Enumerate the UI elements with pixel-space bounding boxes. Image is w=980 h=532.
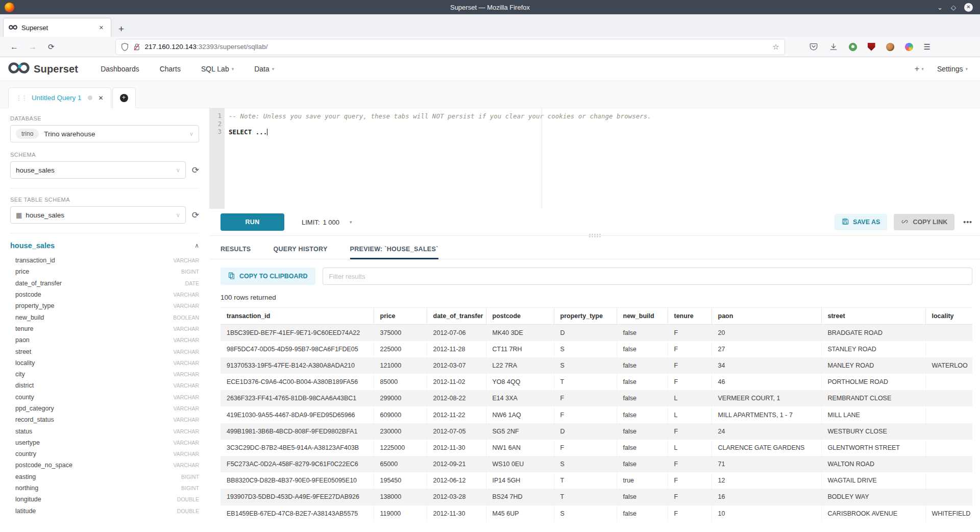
forward-button[interactable]: →	[29, 42, 37, 52]
back-button[interactable]: ←	[10, 42, 18, 52]
table-cell: WESTBURY CLOSE	[821, 423, 925, 440]
pane-splitter[interactable]	[209, 235, 980, 240]
collapse-chevron-icon[interactable]: ∧	[194, 242, 199, 249]
filter-results-input[interactable]	[323, 268, 972, 285]
schema-column-row: northingBIGINT	[10, 482, 199, 494]
downloads-icon[interactable]	[829, 42, 838, 52]
column-type: VARCHAR	[173, 371, 199, 377]
cookie-extension-icon[interactable]	[886, 43, 894, 51]
table-cell: F5C273AC-0D2A-458F-8279-9C61F0C22EC6	[220, 456, 374, 472]
add-query-tab-button[interactable]: +	[112, 87, 136, 108]
column-header-locality[interactable]: locality	[925, 308, 972, 325]
save-as-button[interactable]: SAVE AS	[835, 214, 888, 230]
column-header-tenure[interactable]: tenure	[668, 308, 712, 325]
window-minimize-button[interactable]: ⌄	[937, 4, 943, 11]
settings-menu[interactable]: Settings▾	[937, 65, 968, 73]
menu-icon[interactable]: ☰	[924, 42, 930, 52]
reload-button[interactable]: ⟳	[48, 42, 55, 52]
table-cell: 20	[712, 325, 821, 341]
query-tab-close-icon[interactable]: ✕	[99, 94, 104, 102]
sql-code-editor[interactable]: 1 2 3 -- Note: Unless you save your quer…	[209, 108, 980, 209]
sql-keyword: SELECT	[229, 128, 252, 136]
nav-item-dashboards[interactable]: Dashboards	[101, 65, 139, 73]
table-cell: WATERLOO	[925, 357, 972, 374]
column-header-postcode[interactable]: postcode	[486, 308, 554, 325]
tab-close-icon[interactable]: ✕	[97, 23, 106, 32]
table-cell: F	[668, 357, 712, 374]
schema-column-row: usertypeVARCHAR	[10, 437, 199, 448]
sqllab-sidebar: DATABASE trino Trino warehouse ∨ SCHEMA …	[0, 108, 209, 532]
table-cell: 1B5C39ED-BE7F-41EF-9E71-9C60EED74A22	[220, 325, 374, 341]
caret-down-icon: ▾	[965, 66, 968, 71]
nav-item-data[interactable]: Data▾	[254, 65, 274, 73]
caret-down-icon: ▾	[272, 66, 275, 71]
pocket-icon[interactable]	[809, 42, 818, 52]
query-tab-untitled-1[interactable]: ⋮⋮ Untitled Query 1 ✕	[8, 87, 111, 108]
nav-item-charts[interactable]: Charts	[160, 65, 181, 73]
new-tab-button[interactable]: +	[118, 24, 124, 34]
limit-control[interactable]: LIMIT: 1 000 ▾	[302, 219, 352, 226]
table-cell: 225000	[374, 341, 427, 357]
drag-grip-icon[interactable]: ⋮⋮	[16, 94, 27, 102]
tab-query-history[interactable]: QUERY HISTORY	[274, 246, 328, 259]
caret-down-icon: ▾	[350, 220, 352, 225]
run-button[interactable]: RUN	[220, 213, 284, 231]
table-header-row: transaction_idpricedate_of_transferpostc…	[220, 308, 972, 325]
column-type: DOUBLE	[177, 496, 199, 502]
table-cell: CLARENCE GATE GARDENS	[712, 440, 821, 456]
more-options-icon[interactable]: •••	[963, 218, 972, 226]
schema-select[interactable]: house_sales ∨	[10, 161, 186, 179]
column-header-property_type[interactable]: property_type	[554, 308, 617, 325]
column-header-date_of_transfer[interactable]: date_of_transfer	[427, 308, 486, 325]
tab-results[interactable]: RESULTS	[220, 246, 251, 259]
copy-icon	[228, 272, 235, 281]
column-name: date_of_transfer	[15, 280, 62, 287]
column-header-paon[interactable]: paon	[712, 308, 821, 325]
privacy-badger-icon[interactable]	[849, 43, 857, 51]
refresh-table-icon[interactable]: ⟳	[192, 210, 199, 221]
table-cell: 2012-11-30	[427, 505, 486, 522]
ublock-origin-icon[interactable]	[868, 43, 875, 51]
column-type: VARCHAR	[173, 303, 199, 309]
window-maximize-button[interactable]: ◇	[951, 4, 956, 11]
copy-link-button[interactable]: COPY LINK	[894, 214, 954, 230]
bookmark-star-icon[interactable]: ☆	[772, 42, 779, 52]
refresh-schema-icon[interactable]: ⟳	[192, 165, 199, 176]
limit-label: LIMIT:	[302, 219, 320, 226]
column-header-street[interactable]: street	[821, 308, 925, 325]
browser-tab-superset[interactable]: Superset ✕	[3, 18, 111, 37]
insecure-lock-icon[interactable]	[133, 43, 140, 51]
tab-preview-house-sales[interactable]: PREVIEW: `HOUSE_SALES`	[350, 246, 438, 259]
superset-brand[interactable]: Superset	[8, 61, 78, 77]
column-header-new_build[interactable]: new_build	[617, 308, 668, 325]
database-engine-badge: trino	[16, 129, 39, 139]
splitter-drag-handle-icon[interactable]	[588, 233, 601, 237]
table-row: 499B1981-3B6B-4BCD-808F-9FED9802BFA12300…	[220, 423, 972, 440]
column-type: BIGINT	[181, 474, 199, 480]
table-cell: MK40 3DE	[486, 325, 554, 341]
copy-to-clipboard-button[interactable]: COPY TO CLIPBOARD	[220, 268, 315, 285]
table-select[interactable]: ▦ house_sales ∨	[10, 206, 186, 224]
add-new-button[interactable]: +▾	[914, 64, 923, 74]
plus-circle-icon: +	[120, 94, 128, 102]
table-cell: 2636F323-FF41-4765-81DB-98CAA6A43BC1	[220, 390, 374, 406]
extension-pinwheel-icon[interactable]	[905, 43, 913, 51]
table-cell: 2012-11-02	[427, 374, 486, 390]
database-select[interactable]: trino Trino warehouse ∨	[10, 125, 199, 142]
nav-item-sql-lab[interactable]: SQL Lab▾	[201, 65, 234, 73]
column-name: easting	[15, 473, 36, 480]
column-header-price[interactable]: price	[374, 308, 427, 325]
table-cell: S	[554, 341, 617, 357]
save-icon	[842, 218, 849, 227]
window-titlebar: Superset — Mozilla Firefox ⌄ ◇ ✕	[0, 0, 980, 14]
window-close-button[interactable]: ✕	[964, 3, 973, 12]
url-path: :32393/superset/sqllab/	[197, 43, 268, 51]
expanded-table-name[interactable]: house_sales	[10, 241, 55, 250]
column-header-transaction_id[interactable]: transaction_id	[220, 308, 374, 325]
table-cell	[925, 341, 972, 357]
table-cell: 46	[712, 374, 821, 390]
url-bar[interactable]: 217.160.120.143:32393/superset/sqllab/ ☆	[116, 39, 785, 55]
tracking-shield-icon[interactable]	[121, 43, 129, 51]
table-cell: false	[617, 374, 668, 390]
column-type: VARCHAR	[173, 462, 199, 468]
